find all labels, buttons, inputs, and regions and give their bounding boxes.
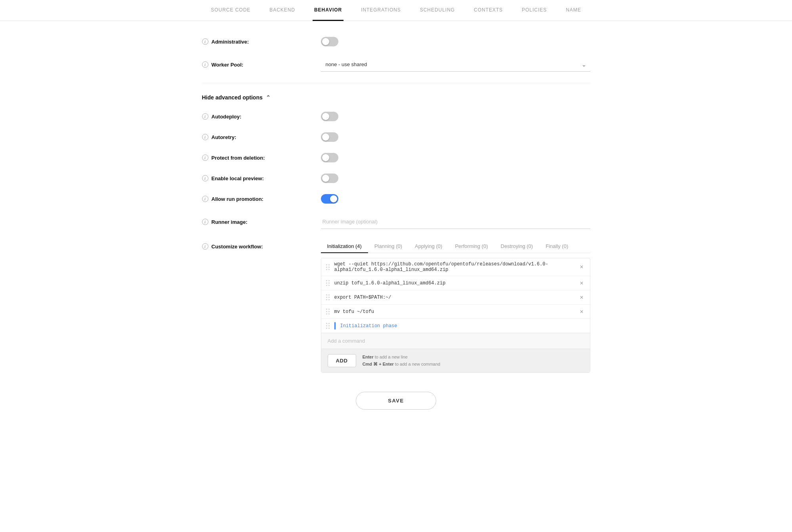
local-preview-toggle-track bbox=[321, 174, 338, 183]
code-line: mv tofu ~/tofu✕ bbox=[321, 305, 590, 319]
workflow-tabs: Initialization (4)Planning (0)Applying (… bbox=[321, 240, 590, 253]
save-row: SAVE bbox=[202, 392, 590, 410]
run-promotion-row: i Allow run promotion: bbox=[202, 194, 590, 204]
autoretry-toggle-track bbox=[321, 132, 338, 142]
autoretry-label: i Autoretry: bbox=[202, 134, 321, 140]
run-promotion-toggle-thumb bbox=[330, 195, 337, 202]
delete-command-icon[interactable]: ✕ bbox=[578, 280, 585, 287]
protect-deletion-label-text: Protect from deletion: bbox=[212, 155, 265, 161]
advanced-options-toggle[interactable]: Hide advanced options ⌃ bbox=[202, 94, 590, 101]
main-content: i Administrative: i Worker Pool: none - … bbox=[178, 21, 614, 441]
nav-tab-backend[interactable]: BACKEND bbox=[268, 0, 297, 21]
run-promotion-label-text: Allow run promotion: bbox=[212, 196, 263, 202]
workflow-tabs-container: Initialization (4)Planning (0)Applying (… bbox=[321, 240, 590, 373]
drag-handle-icon[interactable] bbox=[324, 263, 331, 271]
protect-deletion-toggle[interactable] bbox=[321, 153, 338, 162]
nav-tabs: SOURCE CODEBACKENDBEHAVIORINTEGRATIONSSC… bbox=[0, 0, 792, 21]
local-preview-label-text: Enable local preview: bbox=[212, 175, 264, 181]
workflow-tab-planning[interactable]: Planning (0) bbox=[368, 240, 408, 253]
nav-tab-policies[interactable]: POLICIES bbox=[520, 0, 548, 21]
customize-workflow-info-icon[interactable]: i bbox=[202, 243, 208, 250]
autoretry-info-icon[interactable]: i bbox=[202, 134, 208, 140]
autoretry-row: i Autoretry: bbox=[202, 132, 590, 142]
drag-handle-icon[interactable] bbox=[324, 308, 331, 315]
command-text: Initialization phase bbox=[340, 323, 585, 329]
local-preview-row: i Enable local preview: bbox=[202, 174, 590, 183]
drag-handle-icon[interactable] bbox=[324, 279, 331, 287]
blue-bar bbox=[334, 322, 336, 330]
autodeploy-toggle-track bbox=[321, 112, 338, 121]
protect-deletion-toggle-track bbox=[321, 153, 338, 162]
command-text: mv tofu ~/tofu bbox=[334, 309, 575, 315]
nav-tab-name[interactable]: NAME bbox=[564, 0, 583, 21]
customize-workflow-row: i Customize workflow: Initialization (4)… bbox=[202, 240, 590, 373]
runner-image-row: i Runner image: bbox=[202, 215, 590, 229]
protect-deletion-row: i Protect from deletion: bbox=[202, 153, 590, 162]
runner-image-label-text: Runner image: bbox=[212, 219, 248, 225]
save-button[interactable]: SAVE bbox=[356, 392, 436, 410]
worker-pool-select[interactable]: none - use shared default custom bbox=[321, 57, 590, 72]
code-line: export PATH=$PATH:~/✕ bbox=[321, 290, 590, 305]
worker-pool-select-wrapper: none - use shared default custom ⌄ bbox=[321, 57, 590, 72]
worker-pool-info-icon[interactable]: i bbox=[202, 61, 208, 68]
runner-image-label: i Runner image: bbox=[202, 219, 321, 225]
customize-workflow-label-text: Customize workflow: bbox=[212, 244, 263, 250]
local-preview-label: i Enable local preview: bbox=[202, 175, 321, 181]
administrative-toggle-thumb bbox=[322, 38, 329, 45]
customize-workflow-label: i Customize workflow: bbox=[202, 240, 321, 250]
add-button[interactable]: ADD bbox=[328, 354, 356, 367]
runner-image-info-icon[interactable]: i bbox=[202, 219, 208, 225]
runner-image-input[interactable] bbox=[321, 215, 590, 229]
administrative-label: i Administrative: bbox=[202, 38, 321, 45]
code-line: Initialization phase bbox=[321, 319, 590, 333]
administrative-toggle-track bbox=[321, 37, 338, 46]
code-line: unzip tofu_1.6.0-alpha1_linux_amd64.zip✕ bbox=[321, 276, 590, 290]
add-command-input[interactable] bbox=[321, 333, 590, 349]
command-text: unzip tofu_1.6.0-alpha1_linux_amd64.zip bbox=[334, 280, 575, 286]
autodeploy-info-icon[interactable]: i bbox=[202, 113, 208, 120]
workflow-tab-finally[interactable]: Finally (0) bbox=[539, 240, 574, 253]
add-command-row bbox=[321, 333, 590, 349]
drag-handle-icon[interactable] bbox=[324, 322, 331, 330]
enter-key-desc: to add a new line bbox=[375, 355, 408, 359]
protect-deletion-info-icon[interactable]: i bbox=[202, 154, 208, 161]
code-lines: wget --quiet https://github.com/opentofu… bbox=[321, 258, 590, 333]
delete-command-icon[interactable]: ✕ bbox=[578, 308, 585, 315]
keyboard-hints: Enter to add a new line Cmd ⌘ + Enter to… bbox=[363, 354, 441, 368]
local-preview-toggle-thumb bbox=[322, 175, 329, 182]
advanced-options-arrow-icon: ⌃ bbox=[266, 94, 271, 101]
autodeploy-row: i Autodeploy: bbox=[202, 112, 590, 121]
workflow-tab-destroying[interactable]: Destroying (0) bbox=[494, 240, 540, 253]
run-promotion-label: i Allow run promotion: bbox=[202, 196, 321, 202]
command-text: wget --quiet https://github.com/opentofu… bbox=[334, 261, 575, 273]
autoretry-toggle[interactable] bbox=[321, 132, 338, 142]
autodeploy-toggle[interactable] bbox=[321, 112, 338, 121]
nav-tab-integrations[interactable]: INTEGRATIONS bbox=[359, 0, 403, 21]
workflow-tab-initialization[interactable]: Initialization (4) bbox=[321, 240, 368, 253]
autoretry-toggle-thumb bbox=[322, 133, 329, 141]
cmd-key-hint: Cmd ⌘ + Enter bbox=[363, 362, 394, 366]
nav-tab-scheduling[interactable]: SCHEDULING bbox=[418, 0, 456, 21]
drag-handle-icon[interactable] bbox=[324, 294, 331, 301]
local-preview-info-icon[interactable]: i bbox=[202, 175, 208, 181]
advanced-options-label: Hide advanced options bbox=[202, 94, 263, 101]
autoretry-label-text: Autoretry: bbox=[212, 134, 237, 140]
section-divider bbox=[202, 83, 590, 83]
nav-tab-behavior[interactable]: BEHAVIOR bbox=[313, 0, 344, 21]
delete-command-icon[interactable]: ✕ bbox=[578, 263, 585, 271]
nav-tab-source-code[interactable]: SOURCE CODE bbox=[209, 0, 252, 21]
delete-command-icon[interactable]: ✕ bbox=[578, 294, 585, 301]
workflow-tab-performing[interactable]: Performing (0) bbox=[448, 240, 494, 253]
administrative-row: i Administrative: bbox=[202, 37, 590, 46]
nav-tab-contexts[interactable]: CONTEXTS bbox=[472, 0, 504, 21]
administrative-info-icon[interactable]: i bbox=[202, 38, 208, 45]
workflow-tab-applying[interactable]: Applying (0) bbox=[408, 240, 448, 253]
run-promotion-info-icon[interactable]: i bbox=[202, 196, 208, 202]
local-preview-toggle[interactable] bbox=[321, 174, 338, 183]
enter-key-hint: Enter bbox=[363, 355, 374, 359]
autodeploy-toggle-thumb bbox=[322, 113, 329, 120]
run-promotion-toggle[interactable] bbox=[321, 194, 338, 204]
worker-pool-label-text: Worker Pool: bbox=[212, 62, 244, 68]
administrative-toggle[interactable] bbox=[321, 37, 338, 46]
worker-pool-label: i Worker Pool: bbox=[202, 61, 321, 68]
